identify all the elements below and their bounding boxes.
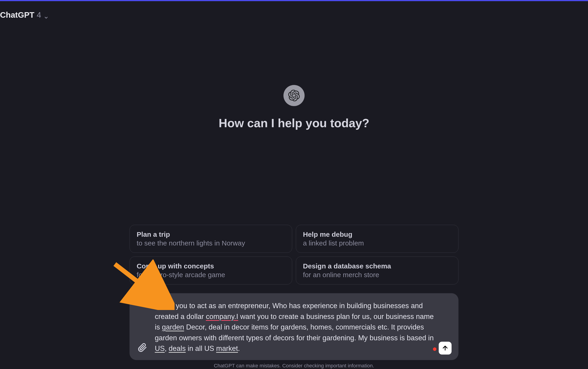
model-selector[interactable]: ChatGPT 4 — [0, 10, 49, 20]
hero-title: How can I help you today? — [219, 116, 369, 130]
recording-indicator-icon — [433, 348, 436, 351]
suggestion-subtitle: for a retro-style arcade game — [137, 271, 285, 279]
suggestion-card-0[interactable]: Plan a trip to see the northern lights i… — [130, 225, 292, 253]
prompt-input-text[interactable]: I want you to act as an entrepreneur, Wh… — [155, 301, 438, 354]
attach-icon[interactable] — [138, 343, 147, 352]
suggestion-card-2[interactable]: Come up with concepts for a retro-style … — [130, 256, 292, 285]
suggestion-subtitle: for an online merch store — [303, 271, 451, 279]
chevron-down-icon — [44, 13, 49, 17]
suggestion-grid: Plan a trip to see the northern lights i… — [130, 225, 458, 285]
footer-disclaimer: ChatGPT can make mistakes. Consider chec… — [214, 363, 374, 369]
suggestion-card-1[interactable]: Help me debug a linked list problem — [296, 225, 458, 253]
suggestion-title: Plan a trip — [137, 231, 285, 238]
openai-logo-icon — [283, 85, 305, 106]
suggestion-subtitle: to see the northern lights in Norway — [137, 239, 285, 247]
suggestion-title: Design a database schema — [303, 262, 451, 270]
suggestion-title: Help me debug — [303, 231, 451, 238]
suggestion-subtitle: a linked list problem — [303, 239, 451, 247]
window-top-highlight — [0, 0, 588, 1]
suggestion-title: Come up with concepts — [137, 262, 285, 270]
suggestion-card-3[interactable]: Design a database schema for an online m… — [296, 256, 458, 285]
model-version: 4 — [37, 10, 41, 20]
send-button[interactable] — [439, 342, 452, 355]
hero-section: How can I help you today? — [219, 85, 369, 130]
model-name: ChatGPT — [0, 10, 34, 20]
prompt-input-area[interactable]: I want you to act as an entrepreneur, Wh… — [130, 293, 458, 360]
